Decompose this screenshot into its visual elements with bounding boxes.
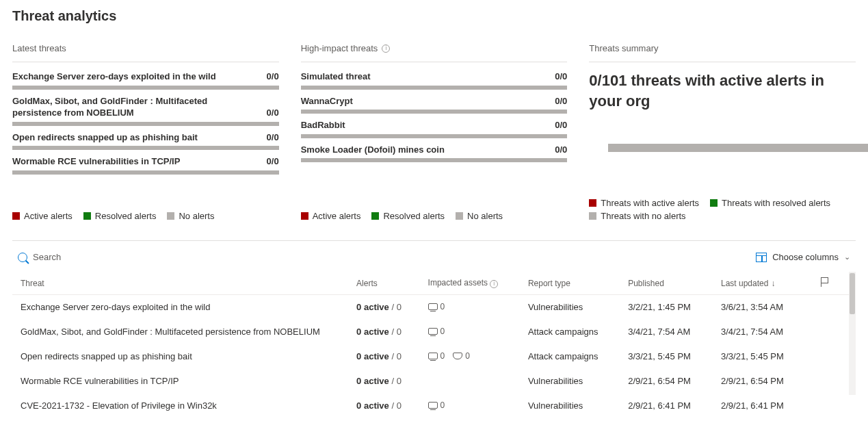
card-high-impact-threats: High-impact threats i Simulated threat0/… <box>301 43 568 221</box>
scrollbar[interactable] <box>849 272 856 395</box>
cell-alerts: 0 active / 0 <box>348 295 419 320</box>
cell-last-updated: 3/6/21, 3:54 AM <box>713 295 813 320</box>
cell-published: 3/2/21, 1:45 PM <box>620 295 713 320</box>
table-row[interactable]: Exchange Server zero-days exploited in t… <box>12 295 856 320</box>
threat-ratio: 0/0 <box>267 155 279 168</box>
latest-threats-list: Exchange Server zero-days exploited in t… <box>12 71 279 180</box>
threat-bar <box>12 86 279 90</box>
cell-threat: CVE-2021-1732 - Elevation of Privilege i… <box>12 394 348 418</box>
cell-report-type: Attack campaigns <box>520 320 620 344</box>
col-threat[interactable]: Threat <box>12 272 348 295</box>
cell-last-updated: 2/9/21, 6:54 PM <box>713 369 813 394</box>
swatch-green-icon <box>371 212 379 220</box>
choose-columns-label: Choose columns <box>772 252 839 262</box>
table-row[interactable]: CVE-2021-1732 - Elevation of Privilege i… <box>12 394 856 418</box>
cell-threat: Wormable RCE vulnerabilities in TCP/IP <box>12 369 348 394</box>
cell-published: 2/9/21, 6:54 PM <box>620 369 713 394</box>
info-icon[interactable]: i <box>490 280 498 288</box>
col-alerts[interactable]: Alerts <box>348 272 419 295</box>
device-icon <box>428 303 438 310</box>
threat-item[interactable]: Smoke Loader (Dofoil) mines coin0/0 <box>301 144 568 163</box>
threat-bar <box>301 134 568 138</box>
cell-alerts: 0 active / 0 <box>348 394 419 418</box>
card-threats-summary: Threats summary 0/101 threats with activ… <box>589 43 856 221</box>
info-icon[interactable]: i <box>382 44 390 53</box>
cell-flag[interactable] <box>813 394 856 418</box>
cell-last-updated: 3/3/21, 5:45 PM <box>713 344 813 369</box>
threat-item[interactable]: Wormable RCE vulnerabilities in TCP/IP0/… <box>12 155 279 175</box>
summary-bar <box>608 144 868 152</box>
threat-name: Simulated threat <box>301 71 555 83</box>
swatch-red-icon <box>301 212 308 220</box>
page-title: Threat analytics <box>12 8 856 24</box>
cell-alerts: 0 active / 0 <box>348 320 419 344</box>
threat-item[interactable]: BadRabbit0/0 <box>301 119 568 138</box>
threat-bar <box>301 158 568 162</box>
threat-ratio: 0/0 <box>267 107 279 119</box>
threat-name: Exchange Server zero-days exploited in t… <box>12 71 267 83</box>
swatch-gray-icon <box>589 212 596 220</box>
threat-name: Smoke Loader (Dofoil) mines coin <box>301 144 555 156</box>
legend-resolved-alerts: Resolved alerts <box>371 211 445 221</box>
threat-bar <box>12 170 279 175</box>
cell-alerts: 0 active / 0 <box>348 369 419 394</box>
table-row[interactable]: Wormable RCE vulnerabilities in TCP/IP0 … <box>12 369 856 394</box>
col-last-updated[interactable]: Last updated↓ <box>713 272 813 295</box>
search-icon <box>18 253 27 262</box>
swatch-gray-icon <box>456 212 463 220</box>
threat-item[interactable]: Simulated threat0/0 <box>301 71 568 90</box>
device-icon <box>428 353 438 359</box>
legend-threats-resolved: Threats with resolved alerts <box>710 198 830 208</box>
col-report-type[interactable]: Report type <box>520 272 620 295</box>
mailbox-count: 0 <box>453 351 470 361</box>
cell-report-type: Vulnerabilities <box>520 295 620 320</box>
threat-name: GoldMax, Sibot, and GoldFinder : Multifa… <box>12 95 267 119</box>
search-input[interactable]: Search <box>18 252 61 262</box>
threat-ratio: 0/0 <box>555 119 567 131</box>
threat-ratio: 0/0 <box>555 144 567 156</box>
columns-icon <box>756 253 767 262</box>
legend-latest: Active alerts Resolved alerts No alerts <box>12 211 279 221</box>
threat-name: Wormable RCE vulnerabilities in TCP/IP <box>12 155 267 168</box>
legend-summary: Threats with active alerts Threats with … <box>589 198 856 221</box>
threat-bar <box>301 86 568 90</box>
summary-headline: 0/101 threats with active alerts in your… <box>589 71 856 111</box>
threat-bar <box>12 146 279 150</box>
swatch-red-icon <box>589 199 596 207</box>
device-icon <box>428 328 438 335</box>
cell-published: 2/9/21, 6:41 PM <box>620 394 713 418</box>
legend-threats-none: Threats with no alerts <box>589 211 685 221</box>
threat-item[interactable]: Open redirects snapped up as phishing ba… <box>12 131 279 151</box>
threats-table-section: Search Choose columns ⌄ Threat Alerts Im… <box>12 241 856 418</box>
choose-columns-button[interactable]: Choose columns ⌄ <box>756 252 850 262</box>
cell-impacted-assets: 00 <box>420 344 520 369</box>
high-impact-threats-list: Simulated threat0/0 WannaCrypt0/0 BadRab… <box>301 71 568 168</box>
threat-item[interactable]: WannaCrypt0/0 <box>301 95 568 114</box>
threat-item[interactable]: Exchange Server zero-days exploited in t… <box>12 71 279 90</box>
legend-resolved-alerts: Resolved alerts <box>83 211 157 221</box>
legend-active-alerts: Active alerts <box>301 211 361 221</box>
legend-active-alerts: Active alerts <box>12 211 73 221</box>
chevron-down-icon: ⌄ <box>844 253 850 261</box>
scrollbar-thumb[interactable] <box>850 273 855 314</box>
mailbox-icon <box>453 353 462 359</box>
device-count: 0 <box>428 351 445 361</box>
col-impacted-assets[interactable]: Impacted assets i <box>420 272 520 295</box>
cell-threat: Open redirects snapped up as phishing ba… <box>12 344 348 369</box>
cell-last-updated: 3/4/21, 7:54 AM <box>713 320 813 344</box>
cell-report-type: Vulnerabilities <box>520 369 620 394</box>
cell-threat: Exchange Server zero-days exploited in t… <box>12 295 348 320</box>
sort-desc-icon: ↓ <box>771 279 775 288</box>
legend-threats-active: Threats with active alerts <box>589 198 699 208</box>
legend-high-impact: Active alerts Resolved alerts No alerts <box>301 211 568 221</box>
cell-alerts: 0 active / 0 <box>348 344 419 369</box>
threats-table: Threat Alerts Impacted assets i Report t… <box>12 272 856 418</box>
table-row[interactable]: GoldMax, Sibot, and GoldFinder : Multifa… <box>12 320 856 344</box>
cell-published: 3/3/21, 5:45 PM <box>620 344 713 369</box>
col-published[interactable]: Published <box>620 272 713 295</box>
threat-name: WannaCrypt <box>301 95 555 107</box>
threat-item[interactable]: GoldMax, Sibot, and GoldFinder : Multifa… <box>12 95 279 126</box>
table-row[interactable]: Open redirects snapped up as phishing ba… <box>12 344 856 369</box>
cell-threat: GoldMax, Sibot, and GoldFinder : Multifa… <box>12 320 348 344</box>
threat-name: BadRabbit <box>301 119 555 131</box>
